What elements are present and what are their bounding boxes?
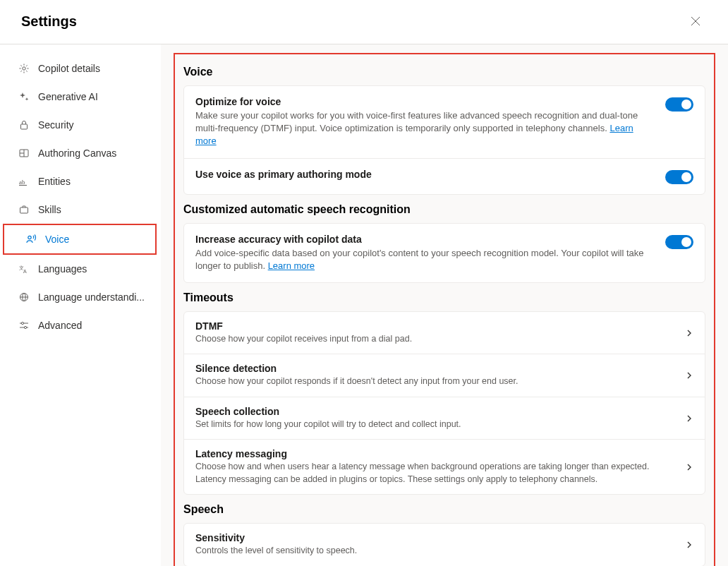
svg-text:ab: ab bbox=[19, 179, 25, 186]
svg-point-17 bbox=[24, 326, 26, 328]
section-title-voice: Voice bbox=[183, 66, 705, 78]
expand-title: Latency messaging bbox=[195, 448, 671, 459]
expand-desc: Controls the level of sensitivity to spe… bbox=[195, 545, 671, 558]
chevron-right-icon bbox=[685, 541, 693, 549]
sidebar-item-label: Languages bbox=[38, 263, 87, 275]
section-title-asr: Customized automatic speech recognition bbox=[183, 203, 705, 216]
sidebar-item-entities[interactable]: ab Entities bbox=[6, 167, 155, 195]
sidebar-item-label: Generative AI bbox=[38, 91, 98, 102]
expand-speech-collection[interactable]: Speech collection Set limits for how lon… bbox=[184, 397, 705, 440]
sidebar-item-language-understanding[interactable]: Language understandi... bbox=[6, 283, 155, 311]
expand-desc: Set limits for how long your copilot wil… bbox=[195, 419, 671, 431]
sidebar-item-generative-ai[interactable]: Generative AI bbox=[6, 83, 155, 111]
expand-dtmf[interactable]: DTMF Choose how your copilot receives in… bbox=[184, 312, 705, 354]
sidebar-item-label: Copilot details bbox=[38, 63, 100, 74]
globe-icon bbox=[18, 291, 30, 303]
card-asr: Increase accuracy with copilot data Add … bbox=[183, 223, 705, 283]
sliders-icon bbox=[18, 320, 30, 331]
translate-icon: 文A bbox=[18, 263, 30, 275]
toggle-primary-authoring[interactable] bbox=[665, 170, 693, 184]
learn-more-link[interactable]: Learn more bbox=[268, 260, 315, 271]
sidebar-item-skills[interactable]: Skills bbox=[6, 195, 155, 224]
setting-primary-authoring: Use voice as primary authoring mode bbox=[184, 158, 705, 194]
svg-point-15 bbox=[21, 322, 23, 324]
setting-title: Optimize for voice bbox=[195, 96, 651, 107]
sparkle-icon bbox=[18, 91, 30, 102]
chevron-right-icon bbox=[685, 414, 693, 423]
sidebar-item-label: Skills bbox=[38, 204, 61, 215]
expand-latency-messaging[interactable]: Latency messaging Choose how and when us… bbox=[184, 439, 705, 494]
sidebar-item-voice[interactable]: Voice bbox=[13, 225, 147, 253]
setting-increase-accuracy: Increase accuracy with copilot data Add … bbox=[184, 224, 705, 282]
expand-title: DTMF bbox=[195, 320, 671, 332]
svg-rect-7 bbox=[20, 207, 28, 213]
sidebar-item-label: Voice bbox=[45, 234, 69, 245]
sidebar-item-label: Entities bbox=[38, 176, 71, 187]
sidebar-item-label: Authoring Canvas bbox=[38, 147, 116, 159]
sidebar-item-advanced[interactable]: Advanced bbox=[6, 311, 155, 339]
setting-optimize-for-voice: Optimize for voice Make sure your copilo… bbox=[184, 86, 705, 158]
chevron-right-icon bbox=[685, 329, 693, 337]
close-button[interactable] bbox=[684, 10, 707, 32]
main-content: Voice Optimize for voice Make sure your … bbox=[161, 44, 728, 566]
sidebar-item-label: Security bbox=[38, 119, 74, 131]
svg-rect-1 bbox=[21, 124, 28, 129]
expand-title: Silence detection bbox=[195, 363, 671, 374]
setting-desc: Add voice-specific data based on your co… bbox=[195, 247, 651, 272]
card-voice: Optimize for voice Make sure your copilo… bbox=[183, 85, 705, 195]
highlight-annotation: Voice bbox=[3, 224, 157, 255]
expand-sensitivity[interactable]: Sensitivity Controls the level of sensit… bbox=[184, 524, 705, 566]
sidebar-item-copilot-details[interactable]: Copilot details bbox=[6, 54, 155, 83]
close-icon bbox=[691, 16, 700, 26]
card-timeouts: DTMF Choose how your copilot receives in… bbox=[183, 311, 705, 495]
expand-silence-detection[interactable]: Silence detection Choose how your copilo… bbox=[184, 354, 705, 397]
setting-title: Use voice as primary authoring mode bbox=[195, 169, 651, 180]
page-title: Settings bbox=[21, 13, 77, 30]
sidebar-item-label: Advanced bbox=[38, 320, 82, 331]
layout-icon bbox=[18, 147, 30, 159]
sidebar-item-authoring-canvas[interactable]: Authoring Canvas bbox=[6, 139, 155, 167]
briefcase-icon bbox=[18, 204, 30, 215]
section-title-timeouts: Timeouts bbox=[183, 291, 705, 304]
toggle-optimize-for-voice[interactable] bbox=[665, 97, 693, 112]
text-ab-icon: ab bbox=[18, 176, 30, 187]
expand-desc: Choose how your copilot receives input f… bbox=[195, 333, 671, 346]
gear-icon bbox=[18, 63, 30, 74]
expand-title: Sensitivity bbox=[195, 532, 671, 543]
person-voice-icon bbox=[25, 234, 37, 245]
sidebar-item-label: Language understandi... bbox=[38, 291, 145, 303]
main-highlight-annotation: Voice Optimize for voice Make sure your … bbox=[174, 53, 715, 566]
setting-title: Increase accuracy with copilot data bbox=[195, 234, 651, 245]
chevron-right-icon bbox=[685, 371, 693, 380]
svg-point-8 bbox=[28, 236, 31, 239]
section-title-speech: Speech bbox=[183, 503, 705, 516]
expand-title: Speech collection bbox=[195, 406, 671, 417]
toggle-increase-accuracy[interactable] bbox=[665, 235, 693, 249]
svg-point-0 bbox=[23, 67, 25, 70]
lock-icon bbox=[18, 119, 30, 131]
card-speech: Sensitivity Controls the level of sensit… bbox=[183, 523, 705, 566]
sidebar-nav: Copilot details Generative AI Security A… bbox=[0, 44, 161, 566]
sidebar-item-languages[interactable]: 文A Languages bbox=[6, 255, 155, 283]
settings-header: Settings bbox=[0, 0, 728, 44]
expand-desc: Choose how and when users hear a latency… bbox=[195, 461, 671, 486]
setting-desc: Make sure your copilot works for you wit… bbox=[195, 109, 651, 148]
expand-desc: Choose how your copilot responds if it d… bbox=[195, 375, 671, 388]
svg-text:A: A bbox=[23, 269, 27, 274]
chevron-right-icon bbox=[685, 463, 693, 471]
sidebar-item-security[interactable]: Security bbox=[6, 111, 155, 139]
